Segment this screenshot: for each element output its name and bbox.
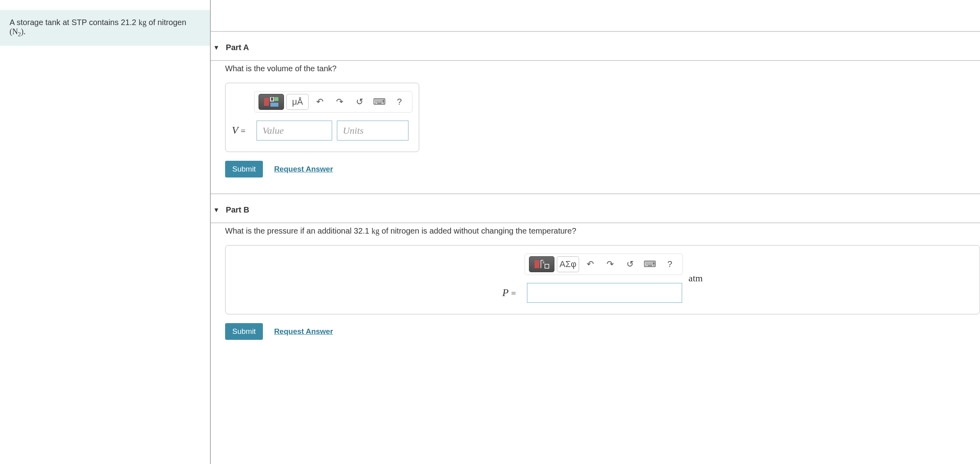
problem-formula: (N2). <box>10 27 25 36</box>
part-a-answer-box: μÅ ↶ ↷ ↺ ⌨ ? V = <box>225 83 419 152</box>
special-chars-button[interactable]: μÅ <box>286 94 309 110</box>
part-b-title: Part B <box>226 205 249 214</box>
part-b-input-row: P = <box>502 283 683 303</box>
special-chars-label: ΑΣφ <box>560 259 577 269</box>
part-b-question: What is the pressure if an additional 32… <box>225 226 980 236</box>
equation-toolbar: x ΑΣφ ↶ ↷ ↺ ⌨ ? <box>525 253 683 275</box>
special-chars-label: μÅ <box>292 97 303 107</box>
redo-icon: ↷ <box>607 259 614 269</box>
reset-button[interactable]: ↺ <box>621 256 639 272</box>
part-a-title: Part A <box>226 43 249 52</box>
request-answer-link[interactable]: Request Answer <box>274 327 333 336</box>
undo-button[interactable]: ↶ <box>581 256 599 272</box>
collapse-icon: ▼ <box>213 44 220 51</box>
templates-icon: x <box>534 259 550 269</box>
part-b-header[interactable]: ▼ Part B <box>211 197 980 222</box>
templates-button[interactable] <box>259 94 284 110</box>
svg-rect-1 <box>270 97 274 101</box>
undo-button[interactable]: ↶ <box>311 94 329 110</box>
svg-rect-6 <box>545 264 549 268</box>
separator <box>211 60 980 61</box>
part-a-actions: Submit Request Answer <box>225 161 980 177</box>
value-input[interactable] <box>257 121 332 140</box>
problem-statement: A storage tank at STP contains 21.2 kg o… <box>0 10 210 46</box>
answer-panel: ▼ Part A What is the volume of the tank? <box>211 0 980 464</box>
reset-button[interactable]: ↺ <box>351 94 368 110</box>
undo-icon: ↶ <box>316 97 323 107</box>
submit-button[interactable]: Submit <box>225 161 263 177</box>
collapse-icon: ▼ <box>213 207 220 214</box>
problem-panel: A storage tank at STP contains 21.2 kg o… <box>0 0 211 464</box>
svg-rect-4 <box>535 260 539 268</box>
svg-rect-2 <box>274 97 278 101</box>
redo-button[interactable]: ↷ <box>331 94 348 110</box>
undo-icon: ↶ <box>587 259 594 269</box>
templates-button[interactable]: x <box>529 256 554 272</box>
help-icon: ? <box>667 259 672 269</box>
keyboard-button[interactable]: ⌨ <box>371 94 388 110</box>
problem-text-prefix: A storage tank at STP contains 21.2 <box>10 18 138 27</box>
keyboard-icon: ⌨ <box>373 97 386 107</box>
request-answer-link[interactable]: Request Answer <box>274 165 333 174</box>
part-a-question: What is the volume of the tank? <box>225 64 980 73</box>
separator <box>211 222 980 223</box>
keyboard-icon: ⌨ <box>644 259 656 269</box>
problem-text-middle: of nitrogen <box>146 18 186 27</box>
special-chars-button[interactable]: ΑΣφ <box>557 256 579 272</box>
help-icon: ? <box>397 97 402 107</box>
help-button[interactable]: ? <box>661 256 679 272</box>
help-button[interactable]: ? <box>391 94 408 110</box>
unit-tail: atm <box>688 273 703 284</box>
reset-icon: ↺ <box>356 97 363 107</box>
templates-icon <box>263 97 279 107</box>
units-input[interactable] <box>337 121 408 140</box>
part-a-body: What is the volume of the tank? μÅ ↶ <box>211 64 980 193</box>
part-a-input-row: V = <box>232 121 412 140</box>
part-b-body: What is the pressure if an additional 32… <box>211 226 980 356</box>
separator <box>211 31 980 32</box>
reset-icon: ↺ <box>626 259 634 269</box>
problem-mass-unit: kg <box>138 18 146 27</box>
value-input[interactable] <box>527 283 682 303</box>
equation-toolbar: μÅ ↶ ↷ ↺ ⌨ ? <box>254 91 412 113</box>
part-b-actions: Submit Request Answer <box>225 323 980 340</box>
part-a-header[interactable]: ▼ Part A <box>211 35 980 60</box>
variable-label: P = <box>502 287 522 299</box>
svg-rect-0 <box>264 98 269 106</box>
keyboard-button[interactable]: ⌨ <box>641 256 659 272</box>
variable-label: V = <box>232 125 252 136</box>
part-b-answer-box: x ΑΣφ ↶ ↷ ↺ ⌨ ? <box>225 245 980 314</box>
submit-button[interactable]: Submit <box>225 323 263 340</box>
redo-button[interactable]: ↷ <box>601 256 619 272</box>
separator <box>211 193 980 194</box>
redo-icon: ↷ <box>336 97 343 107</box>
svg-rect-3 <box>270 103 278 107</box>
